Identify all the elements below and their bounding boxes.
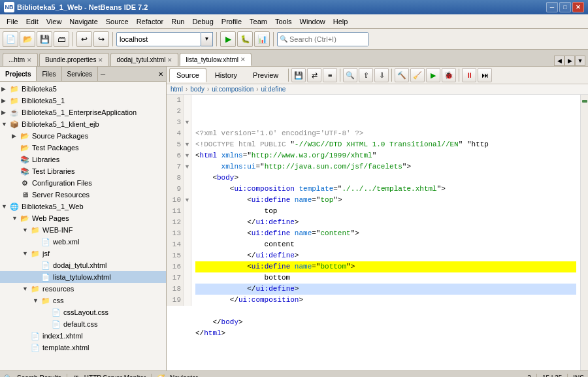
code-area[interactable]: <?xml version='1.0' encoding='UTF-8' ?><… bbox=[191, 95, 580, 370]
code-line-4[interactable]: xmlns:ui="http://java.sun.com/jsf/facele… bbox=[195, 161, 576, 172]
run-main-button[interactable]: ▶ bbox=[426, 68, 440, 82]
search-input[interactable] bbox=[289, 33, 368, 46]
code-line-18[interactable]: </body> bbox=[195, 317, 576, 328]
menu-tools[interactable]: Tools bbox=[271, 16, 296, 27]
tree-item-t15[interactable]: ▼📁jsf bbox=[0, 248, 166, 259]
line-fold-icon[interactable]: ▼ bbox=[184, 150, 191, 161]
tree-toggle[interactable]: ▼ bbox=[33, 297, 41, 304]
redo-button[interactable]: ↪ bbox=[93, 31, 109, 47]
menu-refactor[interactable]: Refactor bbox=[133, 16, 168, 27]
tree-item-t19[interactable]: ▼📁css bbox=[0, 295, 166, 306]
tree-item-t21[interactable]: 📄default.css bbox=[0, 318, 166, 330]
tree-item-t10[interactable]: 🖥Server Resources bbox=[0, 189, 166, 201]
menu-profile[interactable]: Profile bbox=[218, 16, 246, 27]
tree-toggle[interactable]: ▼ bbox=[12, 215, 20, 221]
tree-item-t6[interactable]: 📂Test Packages bbox=[0, 142, 166, 154]
tree-item-t3[interactable]: ▶☕Biblioteka5_1_EnterpriseApplication bbox=[0, 107, 166, 118]
file-tab-htm[interactable]: ...htm ✕ bbox=[3, 53, 38, 66]
code-line-12[interactable]: </ui:define> bbox=[195, 250, 576, 261]
tree-item-t16[interactable]: 📄dodaj_tytul.xhtml bbox=[0, 259, 166, 271]
menu-navigate[interactable]: Navigate bbox=[65, 16, 101, 27]
save-button[interactable]: 💾 bbox=[37, 31, 52, 47]
run-button[interactable]: ▶ bbox=[220, 31, 236, 47]
tab-nav-right[interactable]: ▶ bbox=[564, 56, 575, 66]
code-line-10[interactable]: <ui:define name="content"> bbox=[195, 228, 576, 239]
code-line-6[interactable]: <ui:composition template="./../../templa… bbox=[195, 184, 576, 195]
maximize-button[interactable]: □ bbox=[559, 2, 571, 12]
tree-item-t4[interactable]: ▼📦Biblioteka5_1_klient_ejb bbox=[0, 118, 166, 130]
breadcrumb-body[interactable]: body bbox=[190, 86, 204, 93]
file-tab-lista-close[interactable]: ✕ bbox=[240, 56, 246, 63]
code-line-1[interactable]: <?xml version='1.0' encoding='UTF-8' ?> bbox=[195, 128, 576, 139]
file-tab-dodaj-close[interactable]: ✕ bbox=[167, 57, 172, 63]
file-tab-htm-close[interactable]: ✕ bbox=[27, 57, 32, 63]
tree-toggle[interactable]: ▼ bbox=[1, 203, 9, 210]
tree-item-t18[interactable]: ▼📁resources bbox=[0, 283, 166, 295]
debug-main-button[interactable]: 🐞 bbox=[442, 68, 456, 82]
code-line-16[interactable]: </ui:composition> bbox=[195, 295, 576, 306]
tree-item-t23[interactable]: 📄template.xhtml bbox=[0, 342, 166, 353]
minimize-button[interactable]: ─ bbox=[546, 2, 558, 12]
menu-file[interactable]: File bbox=[3, 16, 22, 27]
code-line-9[interactable]: </ui:define> bbox=[195, 217, 576, 228]
find-prev-button[interactable]: ⇧ bbox=[359, 68, 373, 82]
close-button[interactable]: ✕ bbox=[572, 2, 584, 12]
open-button[interactable]: 📂 bbox=[20, 31, 35, 47]
tree-item-t1[interactable]: ▶📁Biblioteka5 bbox=[0, 83, 166, 95]
tree-item-t22[interactable]: 📄index1.xhtml bbox=[0, 330, 166, 342]
tree-item-t11[interactable]: ▼🌐Biblioteka5_1_Web bbox=[0, 201, 166, 212]
menu-window[interactable]: Window bbox=[296, 16, 329, 27]
code-line-2[interactable]: <!DOCTYPE html PUBLIC "-//W3C//DTD XHTML… bbox=[195, 139, 576, 150]
menu-help[interactable]: Help bbox=[329, 16, 352, 27]
format-button[interactable]: ≡ bbox=[323, 68, 337, 82]
panel-minimize-button[interactable]: ─ bbox=[98, 71, 108, 78]
step-over-button[interactable]: ⏭ bbox=[478, 68, 492, 82]
tree-item-t13[interactable]: ▼📁WEB-INF bbox=[0, 224, 166, 236]
tree-item-t9[interactable]: ⚙Configuration Files bbox=[0, 177, 166, 189]
file-tab-bundle[interactable]: Bundle.properties ✕ bbox=[39, 53, 109, 66]
menu-view[interactable]: View bbox=[42, 16, 66, 27]
tree-item-t12[interactable]: ▼📂Web Pages bbox=[0, 212, 166, 224]
menu-team[interactable]: Team bbox=[246, 16, 271, 27]
code-line-17[interactable] bbox=[195, 306, 576, 317]
tab-nav-left[interactable]: ◀ bbox=[554, 56, 564, 66]
status-http-monitor[interactable]: HTTP Server Monitor bbox=[84, 374, 146, 377]
address-input[interactable] bbox=[116, 32, 201, 46]
tree-toggle[interactable]: ▼ bbox=[22, 286, 30, 292]
tree-item-t2[interactable]: ▶📁Biblioteka5_1 bbox=[0, 95, 166, 107]
breadcrumb-ui-composition[interactable]: ui:composition bbox=[212, 86, 253, 93]
panel-tab-projects[interactable]: Projects bbox=[0, 67, 37, 81]
code-line-7[interactable]: <ui:define name="top"> bbox=[195, 195, 576, 206]
tree-item-t20[interactable]: 📄cssLayout.css bbox=[0, 306, 166, 318]
tree-item-t7[interactable]: 📚Libraries bbox=[0, 154, 166, 165]
menu-debug[interactable]: Debug bbox=[188, 16, 217, 27]
line-fold-icon[interactable]: ▼ bbox=[184, 195, 191, 206]
toggle-button[interactable]: ⇄ bbox=[307, 68, 321, 82]
file-tab-bundle-close[interactable]: ✕ bbox=[98, 57, 103, 63]
preview-tab[interactable]: Preview bbox=[246, 68, 286, 82]
code-line-11[interactable]: content bbox=[195, 239, 576, 250]
code-line-14[interactable]: bottom bbox=[195, 272, 576, 284]
panel-tab-files[interactable]: Files bbox=[37, 67, 61, 81]
address-dropdown-button[interactable]: ▼ bbox=[201, 32, 213, 46]
clean-button[interactable]: 🧹 bbox=[410, 68, 425, 82]
find-button[interactable]: 🔍 bbox=[343, 68, 357, 82]
build-button[interactable]: 🔨 bbox=[395, 68, 409, 82]
find-next-button[interactable]: ⇩ bbox=[374, 68, 389, 82]
status-search-results[interactable]: Search Results bbox=[17, 374, 61, 377]
tree-toggle[interactable]: ▼ bbox=[1, 121, 9, 127]
code-line-19[interactable]: </html> bbox=[195, 328, 576, 339]
save-all-button[interactable]: 🗃 bbox=[54, 31, 69, 47]
menu-edit[interactable]: Edit bbox=[22, 16, 42, 27]
breadcrumb-html[interactable]: html bbox=[171, 86, 183, 93]
tree-toggle[interactable]: ▼ bbox=[22, 227, 30, 233]
breakpoint-button[interactable]: ⏸ bbox=[462, 68, 476, 82]
panel-tab-services[interactable]: Services bbox=[62, 67, 98, 81]
debug-button[interactable]: 🐛 bbox=[237, 31, 253, 47]
new-file-button[interactable]: 📄 bbox=[3, 31, 18, 47]
file-tab-dodaj[interactable]: dodaj_tytul.xhtml ✕ bbox=[110, 53, 178, 66]
tree-toggle[interactable]: ▶ bbox=[1, 109, 9, 116]
undo-button[interactable]: ↩ bbox=[76, 31, 92, 47]
save-toolbar-button[interactable]: 💾 bbox=[291, 68, 306, 82]
code-line-8[interactable]: top bbox=[195, 206, 576, 217]
